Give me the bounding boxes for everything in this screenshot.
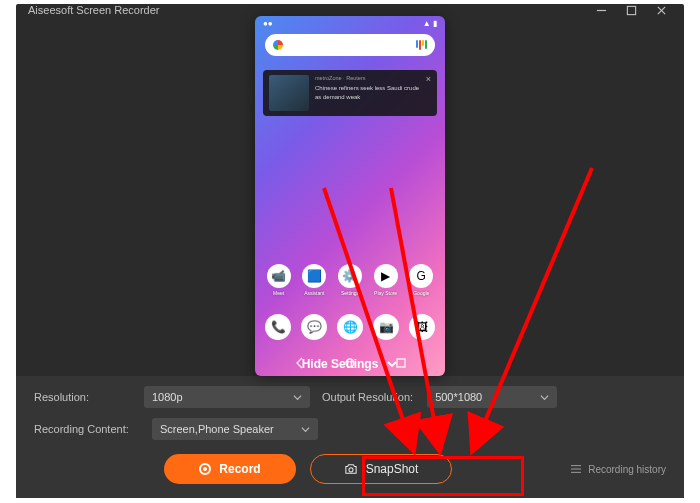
notification-close-icon: × xyxy=(426,75,431,111)
chevron-down-icon xyxy=(301,425,310,434)
resolution-select[interactable]: 1080p xyxy=(144,386,310,408)
phone-app: 🟦Assistant xyxy=(302,264,326,296)
app-window: Aiseesoft Screen Recorder ●●▲ ▮ metroZon… xyxy=(16,4,684,496)
settings-panel: Resolution: 1080p Output Resolution: 500… xyxy=(16,376,684,498)
phone-preview: ●●▲ ▮ metroZone · Reuters Chinese refine… xyxy=(255,16,445,376)
record-icon xyxy=(199,463,211,475)
phone-app: ⚙️Settings xyxy=(338,264,362,296)
mic-icon xyxy=(416,40,427,50)
output-resolution-select[interactable]: 500*1080 xyxy=(427,386,557,408)
maximize-button[interactable] xyxy=(616,4,646,16)
recording-history-link[interactable]: Recording history xyxy=(570,464,666,475)
phone-dock-app: 🌐 xyxy=(337,314,363,340)
notification-thumb xyxy=(269,75,309,111)
settings-row-1: Resolution: 1080p Output Resolution: 500… xyxy=(34,386,666,408)
phone-app-row-2: 📞 💬 🌐 📷 🖼 xyxy=(255,314,445,340)
phone-app-row-1: 📹Meet 🟦Assistant ⚙️Settings ▶Play Store … xyxy=(255,264,445,296)
chevron-down-icon xyxy=(386,358,398,370)
svg-rect-1 xyxy=(627,6,635,14)
output-resolution-label: Output Resolution: xyxy=(322,391,413,403)
close-button[interactable] xyxy=(646,4,676,16)
phone-app: ▶Play Store xyxy=(374,264,398,296)
recording-content-select[interactable]: Screen,Phone Speaker xyxy=(152,418,318,440)
hide-settings-toggle[interactable]: Hide Settings xyxy=(16,352,684,376)
phone-app: 📹Meet xyxy=(267,264,291,296)
button-row: Record SnapShot Recording history xyxy=(34,450,666,484)
phone-dock-app: 📞 xyxy=(265,314,291,340)
chevron-down-icon xyxy=(293,393,302,402)
phone-dock-app: 🖼 xyxy=(409,314,435,340)
maximize-icon xyxy=(626,5,637,16)
camera-icon xyxy=(344,463,358,475)
minimize-icon xyxy=(596,5,607,16)
phone-search-bar xyxy=(265,34,435,56)
notification-text: metroZone · Reuters Chinese refiners see… xyxy=(315,75,420,111)
phone-dock-app: 📷 xyxy=(373,314,399,340)
phone-status-bar: ●●▲ ▮ xyxy=(255,19,445,31)
hide-settings-label: Hide Settings xyxy=(302,357,379,371)
resolution-label: Resolution: xyxy=(34,391,136,403)
phone-notification: metroZone · Reuters Chinese refiners see… xyxy=(263,70,437,116)
record-button[interactable]: Record xyxy=(164,454,296,484)
phone-app: GGoogle xyxy=(409,264,433,296)
recording-content-label: Recording Content: xyxy=(34,423,144,435)
svg-point-6 xyxy=(349,468,353,472)
window-title: Aiseesoft Screen Recorder xyxy=(28,4,586,16)
settings-row-2: Recording Content: Screen,Phone Speaker xyxy=(34,418,666,440)
phone-dock-app: 💬 xyxy=(301,314,327,340)
preview-area: ●●▲ ▮ metroZone · Reuters Chinese refine… xyxy=(16,16,684,376)
minimize-button[interactable] xyxy=(586,4,616,16)
list-icon xyxy=(570,464,582,474)
chevron-down-icon xyxy=(540,393,549,402)
snapshot-button[interactable]: SnapShot xyxy=(310,454,452,484)
close-icon xyxy=(656,5,667,16)
google-logo-icon xyxy=(273,40,283,50)
title-bar: Aiseesoft Screen Recorder xyxy=(16,4,684,16)
